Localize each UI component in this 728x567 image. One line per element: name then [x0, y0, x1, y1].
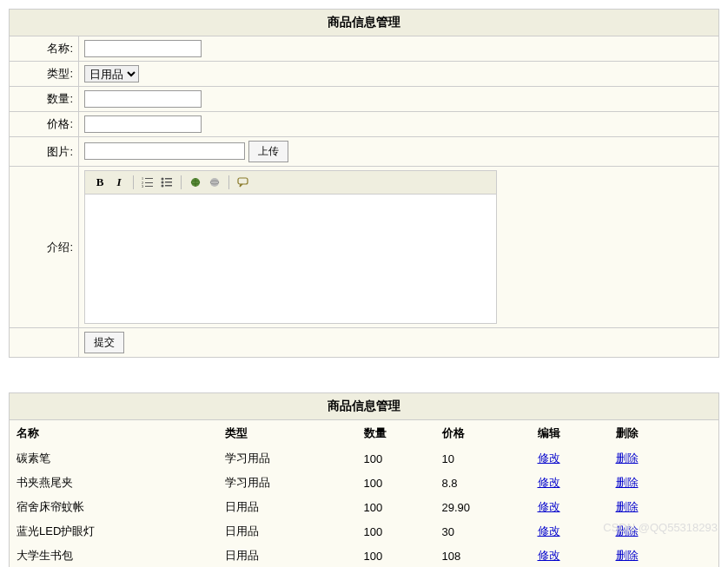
upload-button[interactable]: 上传 [248, 141, 288, 162]
col-qty: 数量 [357, 420, 435, 447]
label-price: 价格: [10, 112, 79, 137]
cell-name: 宿舍床帘蚊帐 [10, 495, 218, 519]
image-path-input[interactable] [84, 142, 245, 160]
editor-textarea[interactable] [84, 194, 497, 324]
svg-rect-9 [165, 181, 172, 183]
cell-price: 108 [435, 544, 531, 567]
type-select[interactable]: 日用品 [84, 65, 139, 82]
edit-link[interactable]: 修改 [538, 476, 560, 489]
product-form-table: 商品信息管理 名称: 类型: 日用品 数量: 价格: 图片: 上传 介绍: B [9, 9, 719, 358]
cell-type: 日用品 [218, 495, 357, 519]
cell-price: 8.8 [435, 471, 531, 495]
cell-qty: 100 [357, 519, 435, 544]
svg-point-14 [210, 178, 219, 187]
svg-point-10 [162, 185, 164, 188]
svg-rect-11 [165, 185, 172, 187]
label-name: 名称: [10, 36, 79, 62]
delete-link[interactable]: 删除 [616, 476, 639, 489]
label-image: 图片: [10, 137, 79, 167]
svg-rect-1 [145, 178, 153, 179]
cell-price: 29.90 [435, 495, 531, 519]
label-intro: 介绍: [10, 167, 79, 328]
edit-link[interactable]: 修改 [538, 452, 560, 465]
cell-price: 30 [435, 519, 531, 544]
comment-icon[interactable] [235, 175, 251, 190]
svg-point-6 [162, 178, 164, 181]
svg-text:3: 3 [142, 184, 143, 188]
label-type: 类型: [10, 62, 79, 87]
link-icon[interactable] [188, 175, 203, 190]
unlink-icon[interactable] [207, 175, 222, 190]
svg-point-8 [162, 181, 164, 184]
italic-icon[interactable]: I [111, 175, 127, 190]
cell-name: 大学生书包 [10, 544, 218, 567]
col-name: 名称 [10, 420, 218, 447]
col-price: 价格 [435, 420, 531, 447]
label-qty: 数量: [10, 87, 79, 112]
svg-rect-7 [165, 178, 172, 180]
ordered-list-icon[interactable]: 123 [140, 175, 156, 190]
svg-rect-16 [238, 178, 248, 184]
table-row: 宿舍床帘蚊帐日用品10029.90修改删除 [10, 495, 719, 519]
table-row: 大学生书包日用品100108修改删除 [10, 544, 719, 567]
product-list-table: 商品信息管理 名称 类型 数量 价格 编辑 删除 碳素笔学习用品10010修改删… [9, 392, 719, 567]
table-row: 碳素笔学习用品10010修改删除 [10, 446, 719, 471]
bold-icon[interactable]: B [92, 175, 108, 190]
col-delete: 删除 [609, 420, 719, 447]
delete-link[interactable]: 删除 [616, 452, 639, 465]
delete-link[interactable]: 删除 [616, 549, 639, 562]
svg-rect-5 [145, 186, 153, 187]
edit-link[interactable]: 修改 [538, 524, 560, 537]
edit-link[interactable]: 修改 [538, 549, 560, 562]
list-title: 商品信息管理 [10, 393, 719, 420]
unordered-list-icon[interactable] [159, 175, 175, 190]
rich-editor: B I 123 [84, 170, 497, 324]
cell-type: 日用品 [218, 544, 357, 567]
col-edit: 编辑 [531, 420, 609, 447]
separator [228, 175, 229, 189]
cell-qty: 100 [357, 446, 435, 471]
cell-name: 书夹燕尾夹 [10, 471, 218, 495]
editor-toolbar: B I 123 [84, 170, 497, 194]
cell-name: 蓝光LED护眼灯 [10, 519, 218, 544]
name-input[interactable] [84, 40, 202, 57]
separator [133, 175, 134, 189]
price-input[interactable] [84, 115, 202, 133]
svg-rect-3 [145, 182, 153, 183]
delete-link[interactable]: 删除 [616, 524, 639, 537]
submit-button[interactable]: 提交 [84, 332, 124, 353]
qty-input[interactable] [84, 90, 202, 108]
cell-qty: 100 [357, 495, 435, 519]
cell-name: 碳素笔 [10, 446, 218, 471]
cell-qty: 100 [357, 471, 435, 495]
cell-type: 日用品 [218, 519, 357, 544]
form-title: 商品信息管理 [10, 10, 719, 36]
edit-link[interactable]: 修改 [538, 500, 560, 513]
cell-price: 10 [435, 446, 531, 471]
cell-type: 学习用品 [218, 446, 357, 471]
table-row: 蓝光LED护眼灯日用品10030修改删除 [10, 519, 719, 544]
separator [181, 175, 182, 189]
table-row: 书夹燕尾夹学习用品1008.8修改删除 [10, 471, 719, 495]
delete-link[interactable]: 删除 [616, 500, 639, 513]
cell-qty: 100 [357, 544, 435, 567]
cell-type: 学习用品 [218, 471, 357, 495]
col-type: 类型 [218, 420, 357, 447]
